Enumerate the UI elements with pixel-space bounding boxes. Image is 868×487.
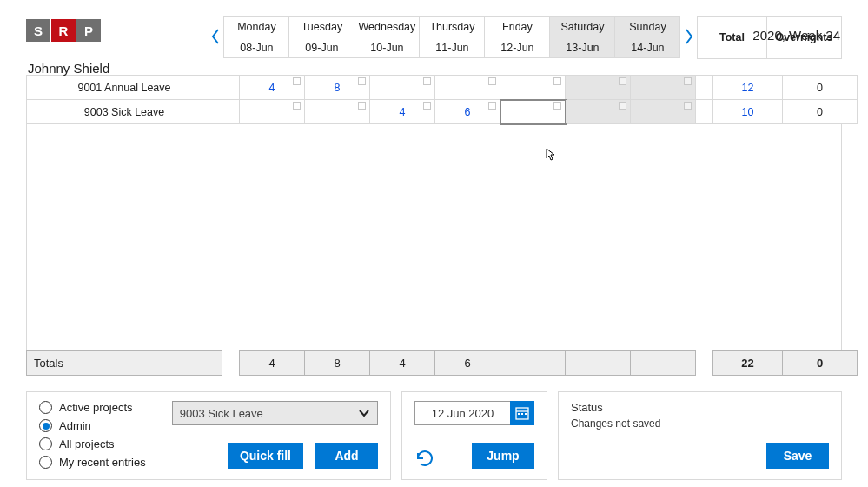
logo-letter: S [26,19,50,42]
chevron-down-icon [358,407,370,419]
checkbox-icon[interactable] [423,77,431,85]
jump-date-input[interactable]: 12 Jun 2020 [414,401,510,425]
time-entry-cell[interactable] [435,76,500,100]
project-filter-panel: Active projects Admin All projects My re… [26,391,391,480]
quick-fill-button[interactable]: Quick fill [228,443,303,469]
time-entry-cell[interactable] [631,100,696,124]
row-total-cell: 12 [713,76,783,100]
checkbox-icon[interactable] [619,77,626,85]
svg-rect-3 [521,413,523,415]
time-entry-cell[interactable] [566,100,631,124]
time-entry-cell[interactable] [566,76,631,100]
filter-radio-label: My recent entries [59,456,146,469]
row-overnights-cell: 0 [783,76,858,100]
filter-radio-label: Admin [59,419,91,432]
status-message: Changes not saved [571,417,829,430]
checkbox-icon[interactable] [488,102,496,110]
project-row: 9001 Annual Leave48120 [27,76,858,100]
status-title: Status [571,401,829,414]
jump-button[interactable]: Jump [472,443,534,469]
timesheet-empty-area [26,124,842,350]
svg-rect-4 [525,413,527,415]
time-entry-cell[interactable] [500,76,566,100]
app-logo: S R P [26,19,208,42]
totals-day-cell: 6 [435,351,500,376]
filter-radio-option[interactable]: Admin [39,419,146,432]
row-overnights-cell: 0 [783,100,858,124]
timesheet-grid: 9001 Annual Leave481209003 Sick Leave461… [26,75,858,124]
prev-week-button[interactable] [208,16,224,57]
day-name-header: Tuesday [289,17,354,37]
save-button[interactable]: Save [766,443,829,469]
checkbox-icon[interactable] [293,102,301,110]
time-entry-cell[interactable]: 8 [305,76,370,100]
refresh-button[interactable] [414,448,435,469]
project-select[interactable]: 9003 Sick Leave [172,401,378,425]
checkbox-icon[interactable] [293,77,301,85]
project-select-value: 9003 Sick Leave [180,407,263,420]
totals-day-cell: 8 [305,351,370,376]
checkbox-icon[interactable] [619,102,626,110]
day-name-header: Sunday [615,17,680,37]
time-entry-cell[interactable] [305,100,370,124]
day-date-header: 11-Jun [420,37,485,58]
totals-day-cell [500,351,566,376]
week-label: 2020, Week 24 [752,16,842,43]
checkbox-icon[interactable] [358,77,366,85]
totals-day-cell: 4 [240,351,305,376]
calendar-icon [515,406,529,420]
filter-radio-label: Active projects [59,401,133,414]
radio-icon [39,419,52,432]
filter-radio-option[interactable]: Active projects [39,401,146,414]
totals-day-cell [631,351,696,376]
calendar-day-header: MondayTuesdayWednesdayThursdayFridaySatu… [223,16,680,58]
logo-letter: P [76,19,101,42]
checkbox-icon[interactable] [553,102,561,110]
day-name-header: Thursday [420,17,485,37]
time-entry-cell[interactable]: 4 [240,76,305,100]
date-picker-button[interactable] [510,401,534,425]
radio-icon [39,401,52,414]
time-entry-cell[interactable] [240,100,305,124]
checkbox-icon[interactable] [553,77,561,85]
row-total-cell: 10 [713,100,783,124]
totals-day-cell: 4 [370,351,435,376]
project-name-cell[interactable]: 9001 Annual Leave [27,76,222,100]
next-week-button[interactable] [680,16,697,57]
checkbox-icon[interactable] [358,102,366,110]
time-entry-cell[interactable] [631,76,696,100]
day-name-header: Monday [224,17,289,37]
totals-day-cell [566,351,631,376]
checkbox-icon[interactable] [684,102,692,110]
day-name-header: Wednesday [354,17,420,37]
time-entry-cell[interactable] [370,76,435,100]
date-jump-panel: 12 Jun 2020 [401,391,547,480]
radio-icon [39,456,52,469]
day-date-header: 08-Jun [224,37,289,58]
status-panel: Status Changes not saved Save [558,391,842,480]
filter-radio-label: All projects [59,437,115,450]
project-name-cell[interactable]: 9003 Sick Leave [27,100,222,124]
filter-radio-option[interactable]: All projects [39,437,146,450]
totals-overnights-cell: 0 [783,351,858,376]
checkbox-icon[interactable] [684,77,692,85]
logo-letter: R [51,19,76,42]
day-date-header: 10-Jun [354,37,420,58]
time-entry-cell[interactable] [500,100,566,124]
radio-icon [39,437,52,450]
time-entry-cell[interactable]: 6 [435,100,500,124]
add-project-button[interactable]: Add [315,443,378,469]
checkbox-icon[interactable] [423,102,431,110]
time-entry-cell[interactable]: 4 [370,100,435,124]
totals-label: Totals [27,351,222,376]
day-name-header: Friday [485,17,550,37]
svg-rect-2 [518,413,520,415]
chevron-right-icon [684,28,694,45]
day-date-header: 13-Jun [550,37,615,58]
checkbox-icon[interactable] [488,77,496,85]
day-date-header: 14-Jun [615,37,680,58]
project-row: 9003 Sick Leave46100 [27,100,858,124]
day-date-header: 12-Jun [485,37,550,58]
chevron-left-icon [210,28,221,45]
filter-radio-option[interactable]: My recent entries [39,456,146,469]
